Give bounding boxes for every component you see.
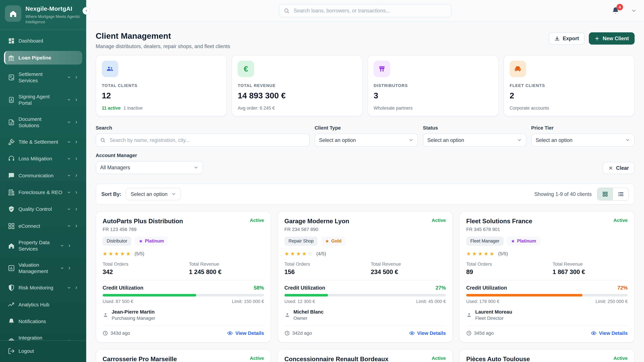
logout-button[interactable]: Logout [4, 345, 82, 358]
chevron-right-icon[interactable] [74, 224, 78, 228]
new-client-button[interactable]: New Client [589, 32, 634, 44]
chevron-right-icon[interactable] [68, 244, 72, 248]
star-icon: ★ [139, 239, 143, 244]
sidebar-item-settlement-services[interactable]: Settlement Services [4, 68, 82, 87]
chevron-down-icon[interactable] [67, 173, 71, 177]
view-details-link[interactable]: View Details [227, 330, 264, 336]
gavel-icon [8, 138, 15, 145]
export-button[interactable]: Export [549, 32, 585, 44]
chevron-down-icon[interactable] [60, 244, 64, 248]
sidebar-item-valuation-management[interactable]: Valuation Management [4, 259, 82, 278]
utilization-bar [284, 294, 446, 297]
client-card[interactable]: Concessionnaire Renault Bordeaux Active … [278, 349, 453, 362]
chevron-right-icon[interactable] [74, 98, 78, 102]
view-details-link[interactable]: View Details [409, 330, 446, 336]
sidebar-item-property-data-services[interactable]: Property Data Services [4, 236, 82, 255]
content: Client Management Manage distributors, d… [86, 31, 644, 362]
chevron-right-icon[interactable] [74, 120, 78, 124]
clear-filters-button[interactable]: Clear [602, 162, 634, 174]
account-manager-select[interactable]: All Managers [96, 161, 203, 174]
chevron-down-icon[interactable] [67, 120, 71, 124]
client-card[interactable]: Pièces Auto Toulouse Active FR 678 901 2… [459, 349, 634, 362]
client-cards-grid: AutoParts Plus Distribution Active FR 12… [96, 211, 634, 362]
chevron-down-icon[interactable] [67, 157, 71, 161]
chevron-right-icon[interactable] [74, 157, 78, 161]
sort-toolbar: Sort By: Select an option Showing 1-9 of… [96, 184, 634, 205]
sidebar-collapse-button[interactable] [82, 7, 90, 15]
contact-name: Jean-Pierre Martin [112, 309, 155, 315]
total-orders-value: 156 [284, 269, 371, 276]
sidebar-item-integration-management[interactable]: Integration Management [4, 332, 82, 340]
chevron-right-icon[interactable] [74, 207, 78, 211]
chevron-right-icon[interactable] [68, 339, 72, 340]
view-details-link[interactable]: View Details [591, 330, 628, 336]
sidebar-item-loss-mitigation[interactable]: Loss Mitigation [4, 152, 82, 166]
client-registration: FR 123 456 789 [103, 227, 264, 232]
sidebar-item-analytics-hub[interactable]: Analytics Hub [4, 298, 82, 311]
status-badge: Active [432, 356, 446, 361]
trending-up-icon [8, 301, 15, 308]
sidebar-item-signing-agent-portal[interactable]: Signing Agent Portal [4, 90, 82, 109]
chevron-down-icon[interactable] [60, 339, 64, 340]
chevron-down-icon[interactable] [67, 224, 71, 228]
bell-icon [8, 318, 15, 325]
total-orders-value: 89 [466, 269, 552, 276]
chevron-down-icon [171, 192, 176, 196]
chevron-down-icon[interactable] [67, 75, 71, 79]
sidebar-item-title-settlement[interactable]: Title & Settlement [4, 135, 82, 149]
chevron-down-icon[interactable] [67, 207, 71, 211]
headset-icon [8, 155, 15, 162]
sidebar-item-notifications[interactable]: Notifications [4, 315, 82, 328]
sidebar-item-dashboard[interactable]: Dashboard [4, 34, 82, 48]
sidebar-item-communication[interactable]: Communication [4, 169, 82, 182]
chevron-down-icon[interactable] [631, 8, 636, 13]
chevron-down-icon [625, 138, 630, 142]
chevron-right-icon[interactable] [74, 173, 78, 177]
top-bar: 4 [86, 0, 644, 22]
client-search-input[interactable] [109, 137, 305, 143]
sidebar-item-econnect[interactable]: eConnect [4, 219, 82, 233]
client-card[interactable]: Fleet Solutions France Active FR 345 678… [459, 211, 634, 343]
search-icon [284, 8, 290, 13]
chevron-down-icon[interactable] [67, 98, 71, 102]
status-label: Status [423, 125, 526, 131]
client-card[interactable]: Garage Moderne Lyon Active FR 234 567 89… [278, 211, 453, 343]
credit-limit: Limit: 250 000 € [596, 299, 628, 304]
chevron-right-icon[interactable] [68, 266, 72, 270]
status-select[interactable]: Select an option [423, 134, 526, 147]
client-card[interactable]: Carrosserie Pro Marseille Active FR 456 … [96, 349, 271, 362]
chevron-right-icon[interactable] [74, 140, 78, 144]
chevron-down-icon[interactable] [67, 190, 71, 194]
stat-total-clients: TOTAL CLIENTS 12 11 active1 inactive [96, 55, 227, 116]
eye-icon [227, 330, 233, 336]
price-tier-select[interactable]: Select an option [531, 134, 634, 147]
rating-text: (5/5) [134, 251, 144, 256]
list-view-button[interactable] [613, 188, 628, 200]
results-count: Showing 1-9 of 40 clients [534, 191, 592, 197]
sidebar-item-risk-monitoring[interactable]: Risk Monitoring [4, 281, 82, 295]
client-name: Pièces Auto Toulouse [466, 356, 530, 362]
grid-view-button[interactable] [598, 188, 613, 200]
chevron-right-icon[interactable] [74, 286, 78, 290]
sidebar-item-quality-control[interactable]: Quality Control [4, 202, 82, 216]
global-search[interactable] [279, 4, 452, 17]
contact-role: Owner [294, 316, 324, 321]
notifications-button[interactable]: 4 [612, 7, 620, 14]
chevron-right-icon[interactable] [74, 75, 78, 79]
dashboard-icon [8, 37, 15, 44]
contact-role: Fleet Director [475, 316, 512, 321]
chevron-down-icon[interactable] [67, 140, 71, 144]
chevron-down-icon[interactable] [60, 266, 64, 270]
sidebar-item-foreclosure-reo[interactable]: Foreclosure & REO [4, 186, 82, 199]
client-search-field[interactable] [96, 134, 310, 147]
search-filter-label: Search [96, 125, 310, 131]
download-icon [554, 36, 560, 41]
sidebar-item-document-solutions[interactable]: Document Solutions [4, 113, 82, 132]
chevron-right-icon[interactable] [74, 190, 78, 194]
sidebar-item-loan-pipeline[interactable]: Loan Pipeline [4, 51, 82, 64]
client-type-select[interactable]: Select an option [314, 134, 418, 147]
global-search-input[interactable] [293, 7, 446, 14]
sort-select[interactable]: Select an option [126, 188, 181, 200]
client-card[interactable]: AutoParts Plus Distribution Active FR 12… [96, 211, 271, 343]
chevron-down-icon[interactable] [67, 286, 71, 290]
